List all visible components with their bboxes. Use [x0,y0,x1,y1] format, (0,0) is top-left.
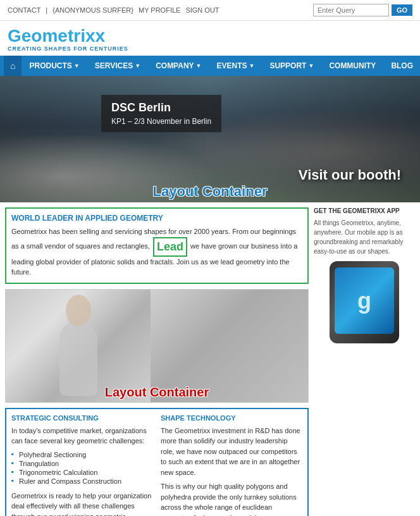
chevron-down-icon: ▼ [135,63,140,69]
app-title: GET THE GEOMETRIXX APP [314,207,415,214]
logo-text-accent: metrixx [42,26,105,46]
main-left-column: World Leader in Applied Geometry Geometr… [5,207,314,516]
world-leader-section: World Leader in Applied Geometry Geometr… [5,207,309,284]
hero-layout-label: Layout Container [0,183,420,202]
strategic-intro: In today's competitive market, organizat… [11,426,153,446]
chevron-down-icon: ▼ [196,63,202,69]
hero-event-detail: KP1 – 2/3 November in Berlin [111,117,211,126]
services-section: STRATEGIC CONSULTING In today's competit… [5,408,309,517]
strategic-conclusion: Geometrixx is ready to help your organiz… [11,491,153,517]
strategic-consulting-col: STRATEGIC CONSULTING In today's competit… [11,414,153,517]
chevron-down-icon: ▼ [308,63,314,69]
app-section: GET THE GEOMETRIXX APP All things Geomet… [314,207,415,343]
chevron-down-icon: ▼ [74,63,80,69]
strategic-title: STRATEGIC CONSULTING [11,414,153,422]
hero-event-box: DSC Berlin KP1 – 2/3 November in Berlin [101,95,221,132]
hero-section: DSC Berlin KP1 – 2/3 November in Berlin … [0,76,420,202]
hero-cta-text: Visit our booth! [299,167,401,183]
phone-image [330,261,399,343]
world-leader-title: World Leader in Applied Geometry [11,214,302,223]
main-content: World Leader in Applied Geometry Geometr… [0,202,420,516]
list-item: Triangulation [11,459,153,468]
nav-events[interactable]: EVENTS ▼ [209,56,262,75]
contact-link[interactable]: CONTACT [8,6,40,14]
anonymous-link[interactable]: {ANONYMOUS SURFER} [52,6,133,14]
nav-bar: ⌂ PRODUCTS ▼ SERVICES ▼ COMPANY ▼ EVENTS… [0,56,420,76]
nav-products[interactable]: PRODUCTS ▼ [22,56,87,75]
shape-technology-col: SHAPE TECHNOLOGY The Geometrixx investme… [161,414,302,517]
nav-company[interactable]: COMPANY ▼ [148,56,209,75]
search-area: GO [313,4,412,16]
top-bar: CONTACT | {ANONYMOUS SURFER} MY PROFILE … [0,0,420,21]
shape-tech-title: SHAPE TECHNOLOGY [161,414,302,422]
sign-out-link[interactable]: SIGN OUT [185,6,219,14]
image-container: Layout Container [5,289,309,403]
list-item: Ruler and Compass Construction [11,477,153,486]
list-item: Trigonometric Calculation [11,468,153,477]
nav-community[interactable]: COMMUNITY [321,56,383,75]
nav-services[interactable]: SERVICES ▼ [87,56,148,75]
shape-tech-para2: This is why our high quality polygons an… [161,481,302,516]
world-leader-text: Geometrixx has been selling and servicin… [11,226,302,278]
nav-home-button[interactable]: ⌂ [4,56,22,76]
image-layout-label: Layout Container [6,385,308,400]
lead-badge: Lead [153,237,187,257]
nav-blog[interactable]: BLOG [383,56,420,75]
nav-support[interactable]: SUPPORT ▼ [262,56,321,75]
logo-tagline: CREATING SHAPES FOR CENTURIES [8,46,412,52]
logo-area: Geometrixx CREATING SHAPES FOR CENTURIES [0,21,420,56]
separator: | [46,6,47,14]
my-profile-link[interactable]: MY PROFILE [139,6,180,14]
hero-event-name: DSC Berlin [111,101,211,114]
top-nav-links: CONTACT | {ANONYMOUS SURFER} MY PROFILE … [8,6,219,14]
strategic-bullets: Polyhedral Sectioning Triangulation Trig… [11,450,153,486]
app-text: All things Geometrixx, anytime, anywhere… [314,218,415,256]
search-input[interactable] [313,4,389,16]
right-sidebar: GET THE GEOMETRIXX APP All things Geomet… [314,207,415,516]
list-item: Polyhedral Sectioning [11,450,153,459]
shape-tech-para1: The Geometrixx investment in R&D has don… [161,426,302,478]
go-button[interactable]: GO [392,4,412,16]
chevron-down-icon: ▼ [249,63,255,69]
logo-text-geometrixx: Geo [8,26,42,46]
logo[interactable]: Geometrixx [8,27,412,45]
